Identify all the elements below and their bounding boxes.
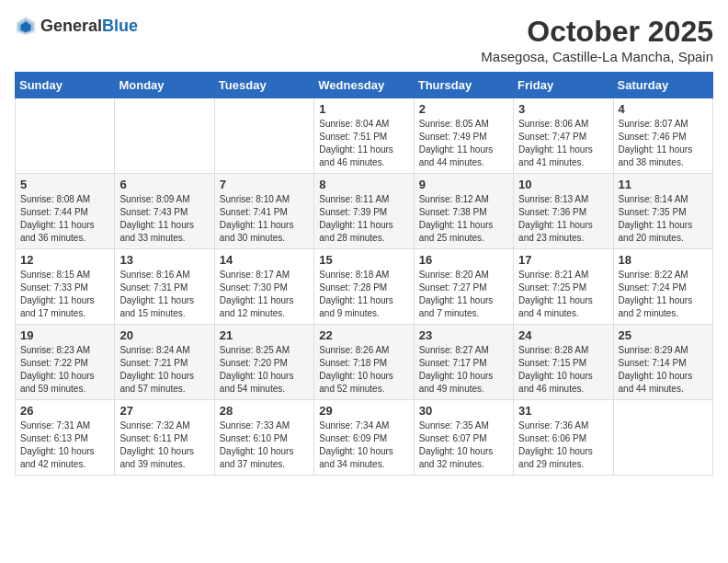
day-info: Sunrise: 8:14 AM Sunset: 7:35 PM Dayligh… <box>619 193 708 245</box>
day-info: Sunrise: 7:33 AM Sunset: 6:10 PM Dayligh… <box>220 419 309 471</box>
calendar-cell: 10Sunrise: 8:13 AM Sunset: 7:36 PM Dayli… <box>514 174 613 249</box>
page-subtitle: Masegosa, Castille-La Mancha, Spain <box>481 49 713 64</box>
calendar-cell: 24Sunrise: 8:28 AM Sunset: 7:15 PM Dayli… <box>514 325 613 400</box>
calendar-cell: 23Sunrise: 8:27 AM Sunset: 7:17 PM Dayli… <box>414 325 513 400</box>
calendar-cell: 8Sunrise: 8:11 AM Sunset: 7:39 PM Daylig… <box>314 174 414 249</box>
day-number: 21 <box>220 328 309 342</box>
calendar-cell: 22Sunrise: 8:26 AM Sunset: 7:18 PM Dayli… <box>314 325 414 400</box>
calendar-cell: 16Sunrise: 8:20 AM Sunset: 7:27 PM Dayli… <box>414 249 513 325</box>
day-info: Sunrise: 8:24 AM Sunset: 7:21 PM Dayligh… <box>119 344 209 396</box>
day-number: 11 <box>619 178 708 191</box>
day-info: Sunrise: 8:23 AM Sunset: 7:22 PM Dayligh… <box>20 344 109 396</box>
day-info: Sunrise: 8:29 AM Sunset: 7:14 PM Dayligh… <box>619 344 708 396</box>
day-info: Sunrise: 8:06 AM Sunset: 7:47 PM Dayligh… <box>518 118 608 169</box>
calendar-cell: 2Sunrise: 8:05 AM Sunset: 7:49 PM Daylig… <box>414 98 513 174</box>
day-number: 25 <box>619 328 708 342</box>
calendar-cell: 26Sunrise: 7:31 AM Sunset: 6:13 PM Dayli… <box>16 400 115 476</box>
calendar-cell <box>115 98 214 174</box>
calendar-week-row: 1Sunrise: 8:04 AM Sunset: 7:51 PM Daylig… <box>16 98 713 174</box>
day-number: 2 <box>419 102 508 116</box>
day-number: 24 <box>518 328 608 342</box>
calendar-cell: 19Sunrise: 8:23 AM Sunset: 7:22 PM Dayli… <box>16 325 115 400</box>
day-number: 1 <box>319 102 408 116</box>
day-number: 23 <box>419 328 508 342</box>
calendar-cell <box>16 98 115 174</box>
day-number: 14 <box>220 253 309 267</box>
day-info: Sunrise: 7:34 AM Sunset: 6:09 PM Dayligh… <box>319 419 408 471</box>
day-number: 29 <box>319 404 408 418</box>
day-info: Sunrise: 8:15 AM Sunset: 7:33 PM Dayligh… <box>20 269 109 320</box>
logo-text: GeneralBlue <box>40 17 138 36</box>
day-number: 5 <box>20 178 109 191</box>
day-info: Sunrise: 8:21 AM Sunset: 7:25 PM Dayligh… <box>518 269 608 320</box>
calendar-week-row: 26Sunrise: 7:31 AM Sunset: 6:13 PM Dayli… <box>16 400 713 476</box>
day-number: 3 <box>518 102 608 116</box>
calendar-cell <box>214 98 313 174</box>
calendar-cell: 5Sunrise: 8:08 AM Sunset: 7:44 PM Daylig… <box>16 174 115 249</box>
day-info: Sunrise: 8:10 AM Sunset: 7:41 PM Dayligh… <box>220 193 309 245</box>
day-number: 31 <box>518 404 608 418</box>
column-header-sunday: Sunday <box>16 73 115 98</box>
calendar-cell: 18Sunrise: 8:22 AM Sunset: 7:24 PM Dayli… <box>613 249 712 325</box>
day-info: Sunrise: 8:18 AM Sunset: 7:28 PM Dayligh… <box>319 269 408 320</box>
logo-icon <box>15 15 37 37</box>
day-number: 15 <box>319 253 408 267</box>
logo: GeneralBlue <box>15 15 138 37</box>
day-info: Sunrise: 8:12 AM Sunset: 7:38 PM Dayligh… <box>419 193 508 245</box>
calendar-week-row: 19Sunrise: 8:23 AM Sunset: 7:22 PM Dayli… <box>16 325 713 400</box>
day-info: Sunrise: 8:04 AM Sunset: 7:51 PM Dayligh… <box>319 118 408 169</box>
day-number: 22 <box>319 328 408 342</box>
day-info: Sunrise: 8:13 AM Sunset: 7:36 PM Dayligh… <box>518 193 608 245</box>
day-number: 27 <box>119 404 209 418</box>
calendar-cell: 12Sunrise: 8:15 AM Sunset: 7:33 PM Dayli… <box>16 249 115 325</box>
day-info: Sunrise: 8:27 AM Sunset: 7:17 PM Dayligh… <box>419 344 508 396</box>
calendar-cell: 1Sunrise: 8:04 AM Sunset: 7:51 PM Daylig… <box>314 98 414 174</box>
column-header-wednesday: Wednesday <box>314 73 414 98</box>
calendar-cell: 7Sunrise: 8:10 AM Sunset: 7:41 PM Daylig… <box>214 174 313 249</box>
calendar-week-row: 5Sunrise: 8:08 AM Sunset: 7:44 PM Daylig… <box>16 174 713 249</box>
day-number: 10 <box>518 178 608 191</box>
calendar-cell: 20Sunrise: 8:24 AM Sunset: 7:21 PM Dayli… <box>115 325 214 400</box>
column-header-monday: Monday <box>115 73 214 98</box>
day-info: Sunrise: 8:17 AM Sunset: 7:30 PM Dayligh… <box>220 269 309 320</box>
calendar-cell: 29Sunrise: 7:34 AM Sunset: 6:09 PM Dayli… <box>314 400 414 476</box>
calendar-cell <box>613 400 712 476</box>
page-title: October 2025 <box>481 15 713 49</box>
day-number: 18 <box>619 253 708 267</box>
day-info: Sunrise: 7:36 AM Sunset: 6:06 PM Dayligh… <box>518 419 608 471</box>
day-info: Sunrise: 8:28 AM Sunset: 7:15 PM Dayligh… <box>518 344 608 396</box>
calendar-cell: 4Sunrise: 8:07 AM Sunset: 7:46 PM Daylig… <box>613 98 712 174</box>
page-header: GeneralBlue October 2025 Masegosa, Casti… <box>15 15 713 64</box>
day-info: Sunrise: 8:20 AM Sunset: 7:27 PM Dayligh… <box>419 269 508 320</box>
day-info: Sunrise: 8:22 AM Sunset: 7:24 PM Dayligh… <box>619 269 708 320</box>
day-number: 13 <box>119 253 209 267</box>
calendar-cell: 13Sunrise: 8:16 AM Sunset: 7:31 PM Dayli… <box>115 249 214 325</box>
day-info: Sunrise: 7:31 AM Sunset: 6:13 PM Dayligh… <box>20 419 109 471</box>
calendar-cell: 15Sunrise: 8:18 AM Sunset: 7:28 PM Dayli… <box>314 249 414 325</box>
calendar-cell: 17Sunrise: 8:21 AM Sunset: 7:25 PM Dayli… <box>514 249 613 325</box>
column-header-thursday: Thursday <box>414 73 513 98</box>
day-info: Sunrise: 7:35 AM Sunset: 6:07 PM Dayligh… <box>419 419 508 471</box>
calendar-cell: 21Sunrise: 8:25 AM Sunset: 7:20 PM Dayli… <box>214 325 313 400</box>
day-number: 9 <box>419 178 508 191</box>
day-number: 26 <box>20 404 109 418</box>
day-number: 12 <box>20 253 109 267</box>
day-info: Sunrise: 8:09 AM Sunset: 7:43 PM Dayligh… <box>119 193 209 245</box>
column-header-saturday: Saturday <box>613 73 712 98</box>
day-number: 7 <box>220 178 309 191</box>
logo-general: General <box>40 17 102 35</box>
day-number: 6 <box>119 178 209 191</box>
title-area: October 2025 Masegosa, Castille-La Manch… <box>481 15 713 64</box>
calendar-cell: 27Sunrise: 7:32 AM Sunset: 6:11 PM Dayli… <box>115 400 214 476</box>
day-info: Sunrise: 8:16 AM Sunset: 7:31 PM Dayligh… <box>119 269 209 320</box>
day-info: Sunrise: 7:32 AM Sunset: 6:11 PM Dayligh… <box>119 419 209 471</box>
day-number: 4 <box>619 102 708 116</box>
day-number: 20 <box>119 328 209 342</box>
day-number: 8 <box>319 178 408 191</box>
calendar-cell: 11Sunrise: 8:14 AM Sunset: 7:35 PM Dayli… <box>613 174 712 249</box>
calendar-cell: 3Sunrise: 8:06 AM Sunset: 7:47 PM Daylig… <box>514 98 613 174</box>
day-info: Sunrise: 8:05 AM Sunset: 7:49 PM Dayligh… <box>419 118 508 169</box>
day-number: 16 <box>419 253 508 267</box>
calendar-cell: 6Sunrise: 8:09 AM Sunset: 7:43 PM Daylig… <box>115 174 214 249</box>
column-header-friday: Friday <box>514 73 613 98</box>
